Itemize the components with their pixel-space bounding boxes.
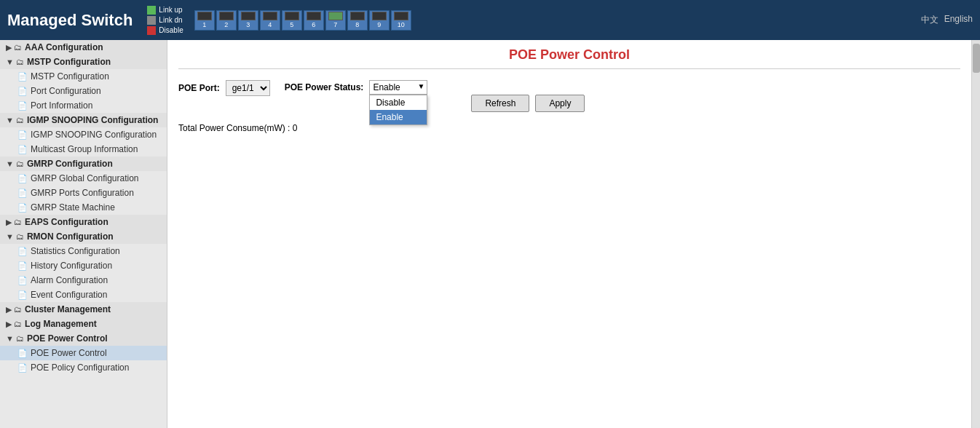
doc-icon-5-3: 📄 [17,290,28,300]
port-icon-6 [307,12,321,20]
poe-status-dropdown-wrapper: Enable ▼ Disable Enable [369,80,427,95]
port-number-8: 8 [355,21,359,28]
sidebar-group-header-4[interactable]: ▶ 🗂EAPS Configuration [0,215,167,229]
sidebar-item-5-1[interactable]: 📄History Configuration [0,258,167,273]
sidebar-group-header-6[interactable]: ▶ 🗂Cluster Management [0,302,167,317]
doc-icon-3-1: 📄 [17,189,28,198]
folder-icon-1: ▼ 🗂 [6,58,24,66]
group-label-6: Cluster Management [25,304,111,314]
sidebar-item-1-0[interactable]: 📄MSTP Configuration [0,69,167,84]
group-label-2: IGMP SNOOPING Configuration [27,115,158,125]
port-number-4: 4 [268,21,272,28]
poe-port-label: POE Port: [178,83,220,93]
sidebar-item-label-5-0: Statistics Configuration [31,246,120,256]
port-number-10: 10 [398,21,405,28]
doc-icon-5-2: 📄 [17,276,28,285]
form-area: POE Port: ge1/1ge1/2ge1/3ge1/4ge1/5ge1/6… [178,80,960,112]
sidebar-group-4: ▶ 🗂EAPS Configuration [0,215,167,229]
port-indicator-2: 2 [216,10,237,31]
lang-chinese[interactable]: 中文 [921,14,938,26]
doc-icon-1-0: 📄 [17,72,28,82]
group-label-8: POE Power Control [27,333,108,344]
total-power-value: 0 [293,123,298,133]
sidebar-item-label-3-0: GMRP Global Configuration [31,173,139,183]
doc-icon-5-1: 📄 [17,261,28,271]
sidebar-item-8-0[interactable]: 📄POE Power Control [0,346,167,360]
sidebar-item-label-3-1: GMRP Ports Configuration [31,188,134,198]
sidebar-item-8-1[interactable]: 📄POE Policy Configuration [0,360,167,375]
group-label-5: RMON Configuration [27,231,114,242]
sidebar-item-5-2[interactable]: 📄Alarm Configuration [0,273,167,288]
port-indicator-8: 8 [347,10,368,31]
sidebar-item-2-0[interactable]: 📄IGMP SNOOPING Configuration [0,127,167,142]
poe-port-select[interactable]: ge1/1ge1/2ge1/3ge1/4ge1/5ge1/6ge1/7ge1/8 [226,80,270,96]
sidebar-item-5-3[interactable]: 📄Event Configuration [0,288,167,302]
group-label-0: AAA Configuration [25,42,103,52]
scrollbar-thumb[interactable] [973,44,980,73]
legend-linkup-label: Link up [159,6,182,14]
folder-icon-0: ▶ 🗂 [6,43,22,52]
sidebar-item-3-2[interactable]: 📄GMRP State Machine [0,200,167,215]
dropdown-option-disable[interactable]: Disable [370,95,427,110]
poe-status-fake-select[interactable]: Enable ▼ [369,80,427,95]
sidebar-item-3-0[interactable]: 📄GMRP Global Configuration [0,171,167,186]
sidebar-group-0: ▶ 🗂AAA Configuration [0,40,167,55]
port-indicator-9: 9 [369,10,390,31]
action-buttons: Refresh Apply [471,95,585,112]
total-power-label: Total Power Consume(mW) : [178,123,290,133]
sidebar-item-5-0[interactable]: 📄Statistics Configuration [0,244,167,258]
legend-linkup: Link up [147,6,183,15]
doc-icon-2-1: 📄 [17,145,28,154]
folder-icon-3: ▼ 🗂 [6,159,24,168]
poe-status-selected-value: Enable [373,82,400,92]
dropdown-arrow: ▼ [417,82,424,90]
sidebar-group-header-5[interactable]: ▼ 🗂RMON Configuration [0,229,167,244]
port-indicator-10: 10 [391,10,411,31]
folder-icon-8: ▼ 🗂 [6,334,24,343]
sidebar-item-2-1[interactable]: 📄Multicast Group Information [0,142,167,156]
dropdown-option-enable[interactable]: Enable [370,110,427,124]
sidebar-group-header-0[interactable]: ▶ 🗂AAA Configuration [0,40,167,55]
legend-disable-label: Disable [159,26,183,34]
sidebar-item-3-1[interactable]: 📄GMRP Ports Configuration [0,186,167,200]
legend-disable: Disable [147,26,183,35]
doc-icon-3-2: 📄 [17,203,28,213]
port-indicator-6: 6 [304,10,324,31]
right-scrollbar[interactable] [971,40,980,428]
port-indicator-4: 4 [260,10,280,31]
lang-english[interactable]: English [944,14,973,26]
port-indicator-7: 7 [325,10,346,31]
port-number-3: 3 [246,21,250,28]
port-number-6: 6 [312,21,315,28]
folder-icon-5: ▼ 🗂 [6,232,24,241]
port-number-2: 2 [224,21,228,28]
language-switcher: 中文 English [921,14,973,26]
sidebar-group-2: ▼ 🗂IGMP SNOOPING Configuration📄IGMP SNOO… [0,113,167,156]
refresh-button[interactable]: Refresh [471,95,529,112]
doc-icon-2-0: 📄 [17,130,28,140]
sidebar-item-label-1-2: Port Information [31,100,92,111]
port-indicator-3: 3 [238,10,258,31]
poe-status-row: POE Power Status: Enable ▼ Disable Enabl… [285,80,428,95]
content-area: POE Power Control POE Port: ge1/1ge1/2ge… [167,40,971,428]
sidebar-item-1-1[interactable]: 📄Port Configuration [0,84,167,98]
sidebar-group-header-7[interactable]: ▶ 🗂Log Management [0,317,167,331]
sidebar-group-header-8[interactable]: ▼ 🗂POE Power Control [0,331,167,346]
legend-linkdn: Link dn [147,16,183,25]
poe-status-dropdown-open: Disable Enable [369,95,427,125]
apply-button[interactable]: Apply [535,95,585,112]
port-legend: Link up Link dn Disable [147,6,183,35]
sidebar-group-header-2[interactable]: ▼ 🗂IGMP SNOOPING Configuration [0,113,167,127]
sidebar-group-5: ▼ 🗂RMON Configuration📄Statistics Configu… [0,229,167,302]
sidebar-item-1-2[interactable]: 📄Port Information [0,98,167,113]
main-layout: ▶ 🗂AAA Configuration▼ 🗂MSTP Configuratio… [0,40,980,428]
sidebar-item-label-2-0: IGMP SNOOPING Configuration [31,130,157,140]
sidebar-group-7: ▶ 🗂Log Management [0,317,167,331]
sidebar-group-header-1[interactable]: ▼ 🗂MSTP Configuration [0,55,167,69]
sidebar-item-label-8-0: POE Power Control [31,348,107,358]
sidebar-group-header-3[interactable]: ▼ 🗂GMRP Configuration [0,156,167,171]
folder-icon-4: ▶ 🗂 [6,218,22,227]
doc-icon-5-0: 📄 [17,247,28,256]
port-icon-7 [328,12,343,20]
folder-icon-7: ▶ 🗂 [6,320,22,329]
